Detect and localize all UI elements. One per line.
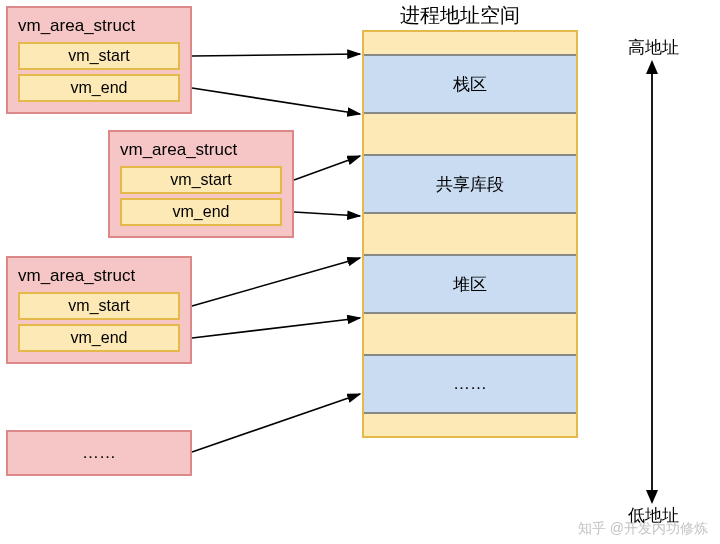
gap-segment <box>364 314 576 354</box>
vm-start-field: vm_start <box>120 166 282 194</box>
vma-struct-heap: vm_area_struct vm_start vm_end <box>6 256 192 364</box>
heap-segment: 堆区 <box>364 254 576 314</box>
gap-segment <box>364 214 576 254</box>
arrow-vm-start-stack <box>192 54 360 56</box>
arrow-vm-start-shared <box>294 156 360 180</box>
vm-start-field: vm_start <box>18 292 180 320</box>
ellipsis-segment: …… <box>364 354 576 414</box>
vm-end-field: vm_end <box>120 198 282 226</box>
watermark-text: 知乎 @开发内功修炼 <box>578 520 708 538</box>
address-space-column: 栈区 共享库段 堆区 …… <box>362 30 578 438</box>
gap-segment <box>364 114 576 154</box>
vm-start-field: vm_start <box>18 42 180 70</box>
gap-segment <box>364 414 576 436</box>
vma-struct-shared: vm_area_struct vm_start vm_end <box>108 130 294 238</box>
vma-struct-title: vm_area_struct <box>18 16 180 36</box>
vma-struct-title: vm_area_struct <box>120 140 282 160</box>
stack-segment: 栈区 <box>364 54 576 114</box>
arrow-vm-end-stack <box>192 88 360 114</box>
arrow-vm-end-shared <box>294 212 360 216</box>
vm-end-field: vm_end <box>18 74 180 102</box>
shared-lib-segment: 共享库段 <box>364 154 576 214</box>
arrowhead-up-icon <box>646 60 658 74</box>
vma-struct-stack: vm_area_struct vm_start vm_end <box>6 6 192 114</box>
gap-segment <box>364 32 576 54</box>
arrow-vm-end-heap <box>192 318 360 338</box>
high-address-label: 高地址 <box>628 36 679 59</box>
vma-struct-title: vm_area_struct <box>18 266 180 286</box>
arrow-ellipsis <box>192 394 360 452</box>
vma-ellipsis-box: …… <box>6 430 192 476</box>
vm-end-field: vm_end <box>18 324 180 352</box>
address-space-title: 进程地址空间 <box>400 2 520 29</box>
arrow-vm-start-heap <box>192 258 360 306</box>
arrowhead-down-icon <box>646 490 658 504</box>
